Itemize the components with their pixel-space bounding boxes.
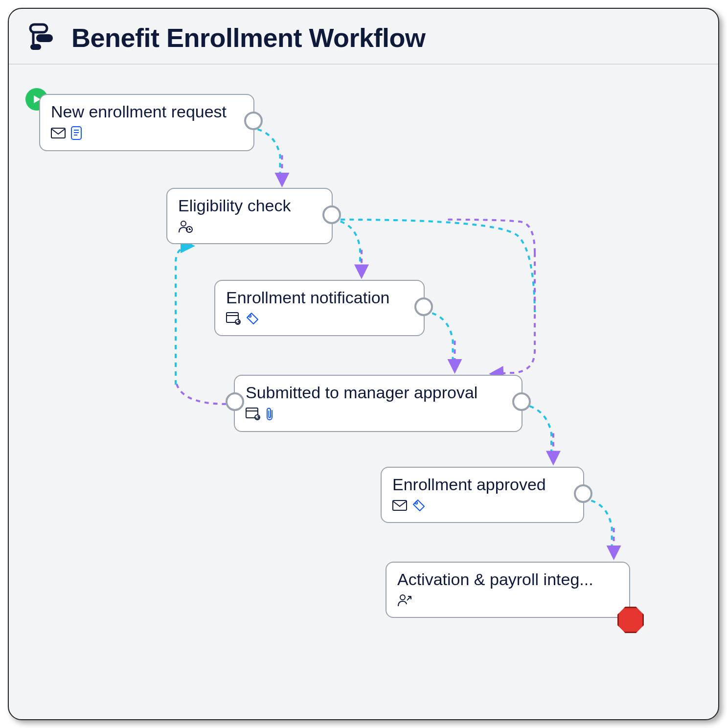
svg-point-8: [181, 221, 186, 226]
node-out-port[interactable]: [322, 205, 341, 224]
node-new-enrollment-request[interactable]: New enrollment request: [39, 94, 254, 151]
edge-n4-n5-cyan: [521, 404, 551, 453]
webform-add-icon: [226, 312, 241, 327]
node-icons: [226, 312, 413, 327]
svg-rect-0: [30, 24, 47, 32]
edge-n4-n2-cyan: [176, 246, 192, 385]
node-activation-payroll-integration[interactable]: Activation & payroll integ...: [386, 562, 630, 618]
node-out-port[interactable]: [414, 297, 433, 316]
svg-rect-2: [30, 44, 41, 50]
tag-icon: [412, 499, 426, 514]
paperclip-icon: [265, 407, 275, 423]
edge-n3-n4-cyan: [424, 311, 453, 360]
node-submitted-manager-approval[interactable]: Submitted to manager approval: [234, 375, 523, 432]
node-label: New enrollment request: [51, 102, 243, 122]
node-icons: [392, 499, 572, 514]
node-out-port[interactable]: [244, 112, 263, 130]
node-label: Enrollment notification: [226, 288, 413, 308]
node-enrollment-approved[interactable]: Enrollment approved: [381, 467, 584, 523]
node-icons: [246, 407, 511, 423]
edge-n5-n6-cyan: [583, 499, 612, 547]
panel-title: Benefit Enrollment Workflow: [71, 23, 426, 53]
node-label: Enrollment approved: [392, 475, 572, 495]
node-icons: [397, 593, 618, 609]
svg-rect-17: [393, 500, 407, 510]
svg-point-13: [249, 315, 251, 317]
node-label: Submitted to manager approval: [246, 383, 511, 403]
node-out-port[interactable]: [512, 392, 531, 411]
person-clock-icon: [178, 220, 193, 235]
node-eligibility-check[interactable]: Eligibility check: [166, 188, 333, 244]
panel-header: Benefit Enrollment Workflow: [9, 9, 718, 65]
edge-n2-n3-cyan: [332, 220, 360, 267]
webform-add-icon: [246, 408, 260, 422]
node-out-port[interactable]: [574, 484, 592, 503]
edge-n2-n4-purple: [448, 220, 535, 374]
svg-point-18: [415, 502, 417, 504]
node-label: Eligibility check: [178, 196, 321, 216]
node-icons: [178, 220, 321, 235]
person-share-icon: [397, 593, 412, 609]
node-label: Activation & payroll integ...: [397, 569, 618, 590]
tag-icon: [246, 312, 259, 327]
mail-icon: [51, 127, 66, 141]
node-icons: [51, 126, 243, 142]
node-enrollment-notification[interactable]: Enrollment notification: [214, 280, 425, 336]
workflow-icon: [28, 23, 60, 53]
svg-point-19: [400, 595, 405, 600]
workflow-panel: Benefit Enrollment Workflow: [8, 8, 719, 720]
svg-rect-1: [36, 34, 53, 42]
mail-icon: [392, 500, 407, 513]
form-icon: [70, 126, 82, 142]
svg-rect-3: [51, 128, 65, 138]
node-return-port[interactable]: [226, 392, 244, 411]
edge-n4-n2-purple: [176, 380, 227, 404]
